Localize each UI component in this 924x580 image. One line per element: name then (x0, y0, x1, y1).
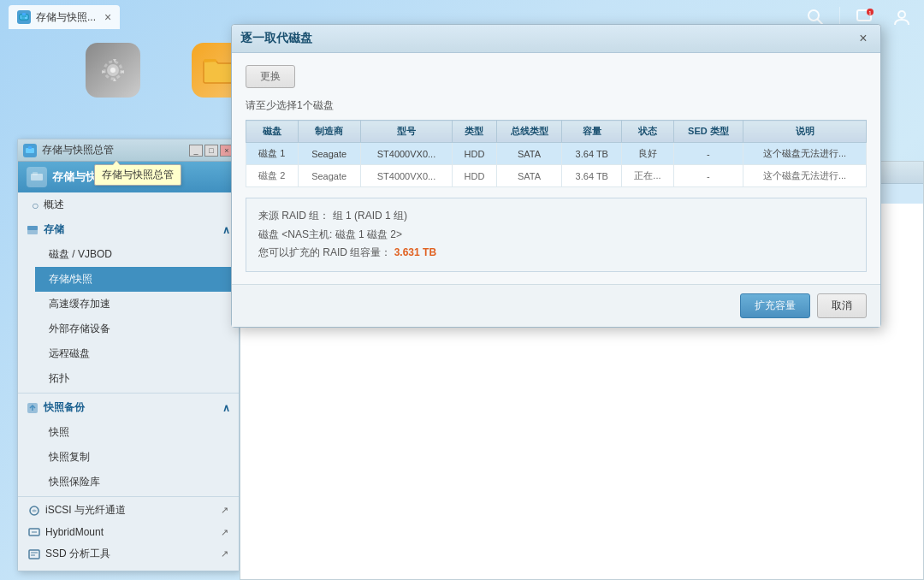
window-controls: _ □ × (189, 145, 234, 157)
svg-text:1: 1 (869, 10, 872, 15)
iscsi-icon (28, 505, 40, 517)
window-maximize-button[interactable]: □ (204, 145, 218, 157)
main-window: 存储与快照总管 _ □ × 存储与快照总管 ○ 概述 (17, 139, 240, 571)
sidebar-item-overview[interactable]: ○ 概述 (18, 192, 239, 217)
info-row-source: 来源 RAID 组： 组 1 (RAID 1 组) (258, 207, 854, 226)
sidebar-item-snap[interactable]: 快照 (35, 420, 239, 445)
window-title: 存储与快照总管 (42, 143, 184, 157)
dialog-body: 更换 请至少选择1个磁盘 磁盘 制造商 型号 类型 总线类型 容量 状态 SED… (232, 53, 880, 284)
backup-group-icon (27, 402, 38, 414)
sidebar-item-disks[interactable]: 磁盘 / VJBOD (35, 242, 239, 267)
svg-rect-28 (27, 226, 38, 230)
sidebar-item-label-snapshots: 存储/快照 (49, 272, 92, 287)
dialog-footer: 扩充容量 取消 (232, 284, 880, 327)
tooltip: 存储与快照总管 (94, 164, 181, 186)
disk-cell-6: 正在... (622, 165, 674, 187)
svg-point-11 (110, 68, 116, 73)
desktop-icon-settings[interactable] (86, 43, 140, 98)
sidebar-sub-storage: 磁盘 / VJBOD 存储/快照 高速缓存加速 外部存储设备 远程磁盘 拓扑 (18, 242, 239, 391)
disk-cell-0: 磁盘 1 (246, 143, 299, 165)
sidebar-app-icon (27, 167, 47, 187)
sidebar-item-label-overview: 概述 (44, 198, 64, 212)
dialog-close-button[interactable]: × (855, 30, 872, 47)
window-minimize-button[interactable]: _ (189, 145, 203, 157)
sidebar-item-ssd[interactable]: SSD 分析工具 ↗ (18, 542, 239, 565)
disk-table: 磁盘 制造商 型号 类型 总线类型 容量 状态 SED 类型 说明 磁盘 1Se… (246, 120, 867, 187)
replace-button[interactable]: 更换 (246, 65, 295, 88)
sidebar-group-backup[interactable]: 快照备份 ∧ (18, 395, 239, 420)
sidebar-item-hybrid[interactable]: HybridMount ↗ (18, 522, 239, 542)
info-row-disk: 磁盘 <NAS主机: 磁盘 1 磁盘 2> (258, 226, 854, 245)
col-capacity: 容量 (562, 121, 622, 143)
sidebar-item-remote[interactable]: 远程磁盘 (35, 341, 239, 366)
sidebar-item-label-hybrid: HybridMount (45, 526, 104, 538)
svg-rect-35 (31, 552, 38, 553)
disk-table-row[interactable]: 磁盘 2SeagateST4000VX0...HDDSATA3.64 TB正在.… (246, 165, 867, 187)
sidebar-item-snapshots[interactable]: 存储/快照 (35, 267, 239, 292)
sidebar-item-snap-copy[interactable]: 快照复制 (35, 445, 239, 470)
sidebar-group-storage[interactable]: 存储 ∧ (18, 217, 239, 242)
disk-cell-2: ST4000VX0... (360, 165, 453, 187)
tab-label: 存储与快照... (36, 10, 96, 25)
dialog-titlebar: 逐一取代磁盘 × (232, 25, 880, 53)
disk-cell-0: 磁盘 2 (246, 165, 299, 187)
disk-cell-8: 这个磁盘无法进行... (743, 165, 867, 187)
sidebar-item-label-cache: 高速缓存加速 (49, 297, 110, 311)
disk-cell-7: - (673, 143, 743, 165)
info-row-expand: 您可以扩充的 RAID 组容量： 3.631 TB (258, 244, 854, 263)
sidebar-group-backup-label: 快照备份 (44, 400, 85, 415)
sidebar-item-label-iscsi: iSCSI 与光纤通道 (45, 503, 126, 518)
sidebar-item-topology[interactable]: 拓扑 (35, 366, 239, 391)
svg-rect-36 (31, 554, 35, 556)
disk-cell-2: ST4000VX0... (360, 143, 453, 165)
svg-rect-1 (22, 13, 26, 15)
storage-chevron-icon: ∧ (222, 224, 230, 236)
dialog-title: 逐一取代磁盘 (240, 31, 855, 46)
col-note: 说明 (743, 121, 867, 143)
sidebar-item-label-topology: 拓扑 (49, 371, 69, 386)
disk-cell-3: HDD (453, 143, 496, 165)
disk-cell-1: Seagate (298, 143, 360, 165)
col-model: 型号 (360, 121, 453, 143)
disk-table-row[interactable]: 磁盘 1SeagateST4000VX0...HDDSATA3.64 TB良好-… (246, 143, 867, 165)
dialog-info-section: 来源 RAID 组： 组 1 (RAID 1 组) 磁盘 <NAS主机: 磁盘 … (246, 198, 867, 272)
sidebar-item-snap-vault[interactable]: 快照保险库 (35, 470, 239, 494)
sidebar-item-label-ssd: SSD 分析工具 (45, 547, 110, 561)
expand-button[interactable]: 扩充容量 (740, 293, 810, 318)
sidebar-item-label-snap-vault: 快照保险库 (49, 475, 100, 489)
col-type: 类型 (453, 121, 496, 143)
sidebar-item-label-external: 外部存储设备 (49, 322, 110, 336)
account-icon[interactable] (888, 3, 915, 31)
sidebar-item-label-snap-copy: 快照复制 (49, 450, 90, 465)
tab-close-button[interactable]: × (104, 10, 111, 24)
col-sed: SED 类型 (673, 121, 743, 143)
taskbar-tab[interactable]: 存储与快照... × (9, 5, 120, 29)
sidebar-item-label-disks: 磁盘 / VJBOD (49, 247, 112, 262)
sidebar-item-label-remote: 远程磁盘 (49, 346, 90, 361)
sidebar-sub-backup: 快照 快照复制 快照保险库 (18, 420, 239, 494)
sidebar-item-cache[interactable]: 高速缓存加速 (35, 292, 239, 317)
ssd-external-icon: ↗ (221, 548, 228, 559)
storage-group-icon (27, 224, 38, 236)
col-manufacturer: 制造商 (298, 121, 360, 143)
col-status: 状态 (622, 121, 674, 143)
sidebar: 存储与快照总管 ○ 概述 存储 ∧ 磁盘 / VJBOD 存储/快照 (18, 162, 239, 571)
tab-app-icon (17, 10, 31, 24)
col-bus: 总线类型 (496, 121, 562, 143)
expandable-value: 3.631 TB (394, 246, 436, 258)
ssd-icon (28, 548, 40, 560)
svg-rect-24 (28, 146, 32, 149)
backup-chevron-icon: ∧ (222, 402, 230, 414)
sidebar-item-iscsi[interactable]: iSCSI 与光纤通道 ↗ (18, 499, 239, 522)
overview-icon: ○ (32, 198, 38, 212)
disk-cell-5: 3.64 TB (562, 143, 622, 165)
disk-value: <NAS主机: 磁盘 1 磁盘 2> (281, 228, 402, 240)
hybrid-external-icon: ↗ (221, 527, 228, 538)
disk-cell-4: SATA (496, 165, 562, 187)
disk-label: 磁盘 (258, 228, 279, 240)
disk-cell-8: 这个磁盘无法进行... (743, 143, 867, 165)
sidebar-item-external[interactable]: 外部存储设备 (35, 317, 239, 341)
window-title-icon (23, 144, 37, 157)
sidebar-divider-2 (18, 496, 239, 497)
cancel-button[interactable]: 取消 (817, 293, 867, 318)
